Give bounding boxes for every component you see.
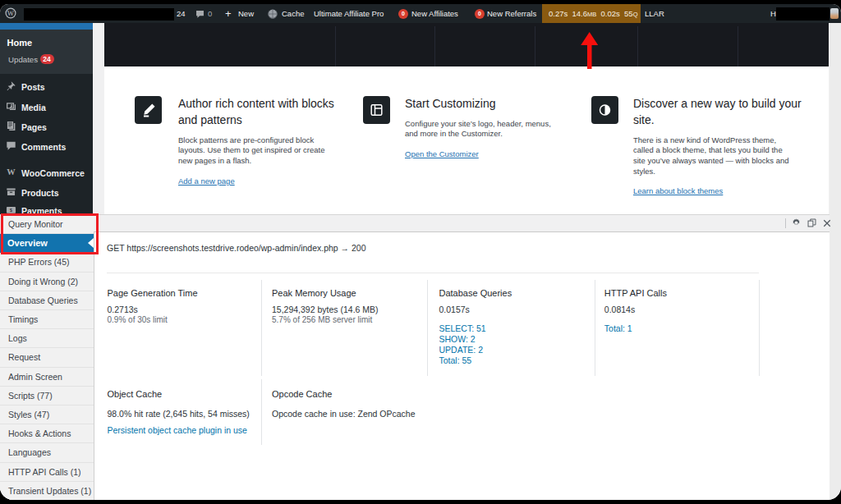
svg-text:W: W [7, 9, 14, 17]
svg-text:W: W [7, 167, 16, 176]
